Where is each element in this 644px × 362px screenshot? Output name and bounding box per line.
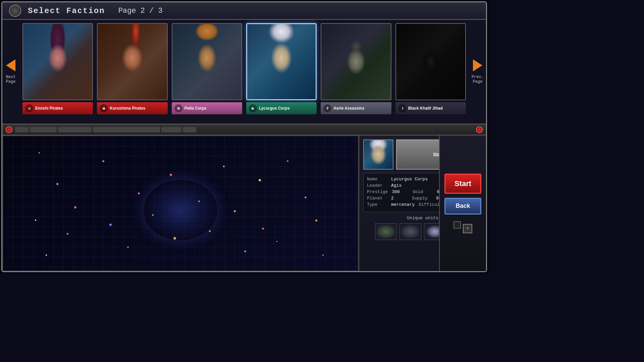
faction-button-black[interactable]: ☽ Black Khalif Jihad — [395, 102, 466, 114]
page-indicator: Page 2 / 3 — [118, 7, 163, 15]
planet-label: Planet — [367, 196, 387, 201]
small-square-deco — [453, 221, 461, 229]
planet-value: 2 — [391, 196, 408, 201]
faction-icon-lycurgus: ☯ — [249, 104, 257, 112]
divider-seg-6 — [183, 127, 196, 132]
start-button[interactable]: Start — [444, 174, 481, 194]
faction-card-pella[interactable]: ✿ Pella Corps — [172, 23, 242, 114]
name-label: Name — [367, 177, 387, 182]
divider-seg-5 — [161, 127, 181, 132]
faction-icon-black: ☽ — [398, 104, 406, 112]
divider-seg-1 — [15, 127, 29, 132]
planet-dot — [209, 230, 211, 232]
faction-icon-emishi: ⚔ — [25, 104, 33, 112]
faction-button-lycurgus[interactable]: ☯ Lycurgus Corps — [246, 102, 317, 114]
back-button[interactable]: Back — [444, 198, 481, 215]
prev-page-label: Prev.Page — [472, 75, 484, 84]
star-dot — [35, 220, 36, 221]
galaxy-spiral — [144, 180, 217, 240]
next-page-arrow-icon — [6, 59, 15, 71]
faction-portrait-black — [395, 23, 466, 100]
faction-card-emishi[interactable]: ⚔ Emishi Pirates — [22, 23, 93, 114]
faction-button-emishi[interactable]: ⚔ Emishi Pirates — [22, 102, 93, 114]
unit-icon-2 — [399, 223, 421, 240]
prestige-label: Prestige — [367, 189, 388, 194]
faction-portrait-aerie — [321, 23, 391, 100]
next-page-label: NextPage — [6, 75, 16, 84]
planet-dot — [234, 210, 236, 212]
galaxy-map — [2, 135, 359, 271]
type-value: mercenary — [391, 202, 415, 207]
divider-dot-right — [476, 126, 483, 133]
faction-button-pella[interactable]: ✿ Pella Corps — [172, 102, 242, 114]
planet-dot — [152, 214, 154, 216]
bottom-area: Story Name Lycurgus Corps Leader Agis Pr… — [2, 135, 486, 271]
divider-dot-left — [6, 126, 12, 133]
header-circle-icon — [9, 5, 21, 17]
planet-dot — [74, 206, 76, 208]
selected-faction-portrait — [363, 139, 393, 170]
page-title: Select Faction — [28, 6, 105, 15]
faction-card-kurushima[interactable]: ☠ Kurushima Pirates — [97, 23, 167, 114]
name-value: Lycurgus Corps — [391, 177, 428, 182]
faction-card-lycurgus[interactable]: ☯ Lycurgus Corps — [246, 23, 317, 114]
prestige-value: 300 — [392, 189, 409, 194]
header-bar: Select Faction Page 2 / 3 — [2, 2, 486, 20]
faction-card-black[interactable]: ☽ Black Khalif Jihad — [395, 23, 466, 114]
divider-seg-3 — [58, 127, 92, 132]
faction-button-kurushima[interactable]: ☠ Kurushima Pirates — [97, 102, 167, 114]
leader-label: Leader — [367, 183, 387, 188]
planet-dot — [173, 237, 176, 240]
divider-seg-2 — [30, 127, 57, 132]
faction-icon-kurushima: ☠ — [100, 104, 108, 112]
type-label: Type — [367, 202, 387, 207]
divider-seg-4 — [93, 127, 160, 132]
faction-icon-pella: ✿ — [174, 104, 182, 112]
planet-dot — [315, 220, 317, 222]
unit-icon-1 — [375, 223, 397, 240]
star-dot — [46, 254, 47, 256]
main-frame: Select Faction Page 2 / 3 NextPage Prev.… — [1, 1, 487, 272]
next-page-button[interactable]: NextPage — [2, 20, 19, 124]
divider-segments — [15, 127, 473, 132]
prev-page-button[interactable]: Prev.Page — [469, 20, 486, 124]
leader-value: Agis — [391, 183, 408, 188]
faction-portrait-emishi — [22, 23, 93, 100]
prev-page-arrow-icon — [473, 59, 482, 71]
star-dot — [276, 241, 277, 242]
action-buttons-panel: Start Back + — [439, 135, 486, 271]
faction-row: ⚔ Emishi Pirates ☠ Kurushima Pirates ✿ P… — [22, 20, 466, 124]
plus-button[interactable]: + — [463, 224, 472, 233]
faction-card-aerie[interactable]: ✝ Aerie Assassins — [321, 23, 391, 114]
divider-area — [2, 124, 486, 135]
supply-label: Supply — [412, 196, 432, 201]
gold-label: Gold — [413, 189, 433, 194]
faction-button-aerie[interactable]: ✝ Aerie Assassins — [321, 102, 391, 114]
faction-icon-aerie: ✝ — [323, 104, 331, 112]
action-extras: + — [453, 221, 472, 233]
faction-portrait-pella — [172, 23, 242, 100]
faction-portrait-kurushima — [97, 23, 167, 100]
planet-dot — [262, 228, 264, 230]
faction-portrait-lycurgus — [246, 23, 317, 100]
planet-dot — [39, 152, 40, 154]
